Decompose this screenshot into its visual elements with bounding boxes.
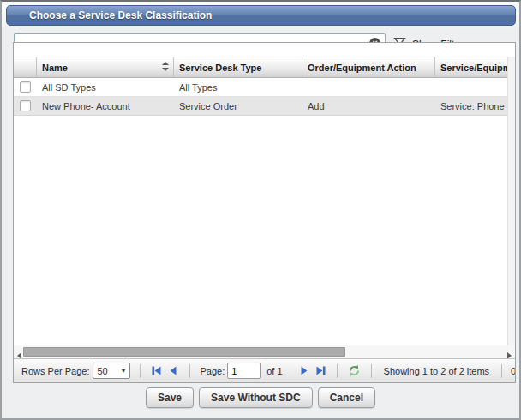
rows-per-page-label: Rows Per Page: — [21, 366, 89, 376]
service-desk-classification-dialog: Choose a Service Desk Classification ✕ S… — [0, 0, 521, 420]
classification-grid: Name Service Desk Type Order/Equipment A… — [13, 42, 516, 383]
rows-per-page-value: 50 — [97, 366, 107, 376]
vertical-scrollbar-track[interactable] — [507, 57, 515, 372]
page-label: Page: — [200, 366, 225, 376]
header-name-label: Name — [42, 63, 68, 73]
first-page-button[interactable] — [151, 365, 162, 376]
refresh-icon[interactable] — [348, 364, 361, 377]
dialog-titlebar: Choose a Service Desk Classification — [6, 5, 516, 26]
row-checkbox[interactable] — [20, 100, 31, 111]
header-service-desk-type[interactable]: Service Desk Type — [174, 57, 302, 77]
row-checkbox-cell — [14, 97, 37, 115]
cell-service-equipment — [435, 78, 515, 96]
save-button[interactable]: Save — [146, 387, 194, 408]
chevron-down-icon: ▼ — [121, 368, 127, 374]
page-number-input[interactable] — [227, 363, 261, 379]
cell-order-equipment-action — [302, 78, 435, 96]
header-order-equipment-action[interactable]: Order/Equipment Action — [302, 57, 435, 77]
last-page-button[interactable] — [315, 365, 326, 376]
sort-both-icon[interactable] — [162, 62, 169, 73]
header-checkbox-column — [14, 57, 37, 77]
horizontal-scrollbar — [14, 345, 515, 359]
dialog-title: Choose a Service Desk Classification — [29, 9, 212, 21]
cell-name: New Phone- Account — [37, 97, 174, 115]
header-service-equipment[interactable]: Service/Equipment — [435, 57, 515, 77]
pager-divider — [501, 364, 502, 378]
cell-order-equipment-action: Add — [302, 97, 435, 115]
scroll-right-arrow-icon[interactable] — [505, 348, 513, 357]
table-row[interactable]: New Phone- Account Service Order Add Ser… — [14, 97, 515, 116]
next-page-button[interactable] — [298, 365, 309, 376]
cell-name: All SD Types — [37, 78, 174, 96]
header-name[interactable]: Name — [37, 57, 174, 77]
horizontal-scrollbar-thumb[interactable] — [23, 347, 345, 357]
grid-header-row: Name Service Desk Type Order/Equipment A… — [14, 57, 515, 78]
table-row[interactable]: All SD Types All Types — [14, 78, 515, 97]
pager-divider — [140, 364, 141, 378]
cell-service-equipment: Service: Phone - Ph — [435, 97, 515, 115]
cell-service-desk-type: Service Order — [174, 97, 302, 115]
row-checkbox-cell — [14, 78, 37, 96]
showing-items-text: Showing 1 to 2 of 2 items — [384, 366, 490, 376]
dialog-footer: Save Save Without SDC Cancel — [2, 387, 519, 417]
previous-page-button[interactable] — [168, 365, 179, 376]
items-selected-text: 0 items selected — [511, 366, 515, 376]
rows-per-page-select[interactable]: 50 ▼ — [93, 363, 130, 379]
pager-divider — [189, 364, 190, 378]
page-count-label: of 1 — [266, 366, 282, 376]
cancel-button[interactable]: Cancel — [318, 387, 375, 408]
pager-divider — [337, 364, 338, 378]
save-without-sdc-button[interactable]: Save Without SDC — [199, 387, 313, 408]
row-checkbox[interactable] — [20, 81, 31, 93]
cell-service-desk-type: All Types — [174, 78, 302, 96]
pager-divider — [371, 364, 372, 378]
pagination-bar: Rows Per Page: 50 ▼ Page: of 1 — [14, 358, 515, 382]
